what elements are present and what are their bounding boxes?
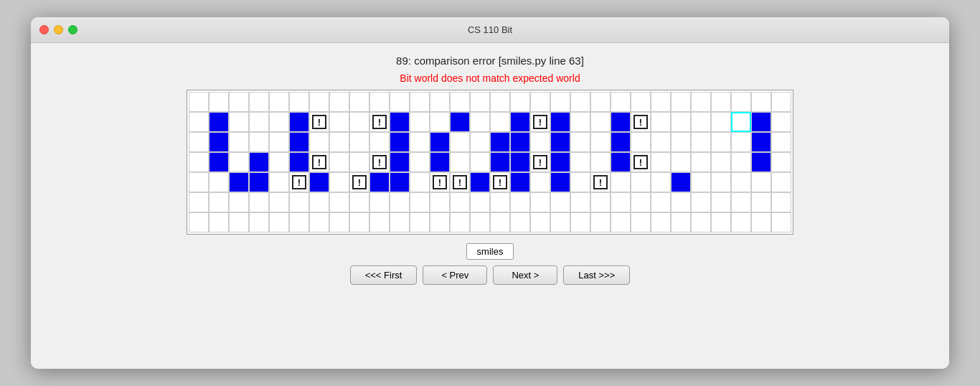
- grid-cell: [490, 92, 510, 112]
- grid-cell: [189, 92, 209, 112]
- last-button[interactable]: Last >>>: [563, 265, 630, 285]
- grid-cell: [751, 152, 771, 172]
- grid-cell: [249, 92, 269, 112]
- grid-cell: [550, 172, 570, 192]
- grid-cell: [691, 92, 711, 112]
- nav-buttons: <<< First < Prev Next > Last >>>: [350, 265, 631, 285]
- close-button[interactable]: [39, 25, 49, 34]
- grid-cell: [671, 152, 691, 172]
- grid-cell: [209, 152, 229, 172]
- grid-cell: [390, 152, 410, 172]
- grid-cell: [450, 112, 470, 132]
- grid-cell: [731, 212, 751, 232]
- grid-cell: [450, 212, 470, 232]
- grid-cell: [631, 132, 651, 152]
- grid-cell: [711, 132, 731, 152]
- grid-cell: [651, 172, 671, 192]
- grid-cell: [470, 212, 490, 232]
- grid-cell: [651, 212, 671, 232]
- grid-cell: [771, 112, 791, 132]
- grid-cell: [651, 112, 671, 132]
- grid-cell: [249, 192, 269, 212]
- grid-cell: [289, 212, 309, 232]
- grid-cell: [530, 172, 550, 192]
- grid-cell: [530, 192, 550, 212]
- grid-cell: [631, 172, 651, 192]
- grid-cell: [410, 172, 430, 192]
- grid-cell: !: [309, 112, 329, 132]
- grid-cell: [349, 152, 369, 172]
- grid-cell: [590, 132, 611, 152]
- grid-cell: [530, 92, 550, 112]
- grid-cell: [249, 212, 269, 232]
- grid-cell: [269, 212, 289, 232]
- grid-cell: [450, 192, 470, 212]
- grid-cell: [289, 132, 309, 152]
- grid-cell: [269, 172, 289, 192]
- grid-cell: [711, 212, 731, 232]
- grid-cell: [711, 192, 731, 212]
- grid-cell: [631, 212, 651, 232]
- grid-cell: [570, 92, 590, 112]
- grid-cell: !: [490, 172, 510, 192]
- grid-cell: [470, 192, 490, 212]
- grid-cell: [530, 212, 550, 232]
- grid-cell: [349, 192, 369, 212]
- grid-cell: [430, 192, 450, 212]
- grid-cell: !: [349, 172, 369, 192]
- grid-cell: [570, 112, 590, 132]
- grid-cell: [329, 132, 349, 152]
- first-button[interactable]: <<< First: [350, 265, 418, 285]
- grid-cell: [611, 152, 631, 172]
- grid-cell: [751, 212, 771, 232]
- grid-cell: [289, 152, 309, 172]
- grid-cell: [590, 112, 611, 132]
- prev-button[interactable]: < Prev: [423, 265, 487, 285]
- maximize-button[interactable]: [68, 25, 77, 34]
- grid-cell: [470, 112, 490, 132]
- nav-area: smiles <<< First < Prev Next > Last >>>: [350, 243, 631, 285]
- grid-cell: [189, 212, 209, 232]
- grid-cell: [490, 212, 510, 232]
- grid-cell: [269, 192, 289, 212]
- grid-cell: [229, 132, 249, 152]
- grid-cell: [470, 92, 490, 112]
- grid-cell: [410, 112, 430, 132]
- grid-cell: [651, 132, 671, 152]
- grid-cell: [510, 172, 530, 192]
- grid-cell: [751, 112, 771, 132]
- grid-cell: [671, 112, 691, 132]
- grid-cell: [731, 192, 751, 212]
- grid-cell: [390, 92, 410, 112]
- grid-cell: [470, 132, 490, 152]
- grid-cell: [309, 172, 329, 192]
- grid-cell: [671, 192, 691, 212]
- grid-cell: [590, 212, 611, 232]
- grid-cell: [249, 172, 269, 192]
- grid-cell: [550, 92, 570, 112]
- grid-cell: [369, 192, 390, 212]
- grid-cell: [510, 132, 530, 152]
- grid-cell: [570, 132, 590, 152]
- grid-cell: [731, 152, 751, 172]
- minimize-button[interactable]: [54, 25, 63, 34]
- grid-cell: [490, 112, 510, 132]
- next-button[interactable]: Next >: [493, 265, 557, 285]
- grid-cell: [771, 212, 791, 232]
- grid-cell: [229, 212, 249, 232]
- grid-cell: [631, 92, 651, 112]
- grid-cell: [470, 172, 490, 192]
- traffic-lights: [39, 25, 77, 34]
- grid-cell: [410, 132, 430, 152]
- grid-cell: [550, 212, 570, 232]
- grid-cell: [390, 212, 410, 232]
- grid-cell: [329, 92, 349, 112]
- grid-cell: [651, 152, 671, 172]
- grid-cell: [590, 92, 611, 112]
- grid-cell: [209, 92, 229, 112]
- grid-cell: [550, 112, 570, 132]
- grid-cell: [209, 132, 229, 152]
- grid-cell: [611, 92, 631, 112]
- grid-cell: [490, 152, 510, 172]
- grid-cell: [189, 152, 209, 172]
